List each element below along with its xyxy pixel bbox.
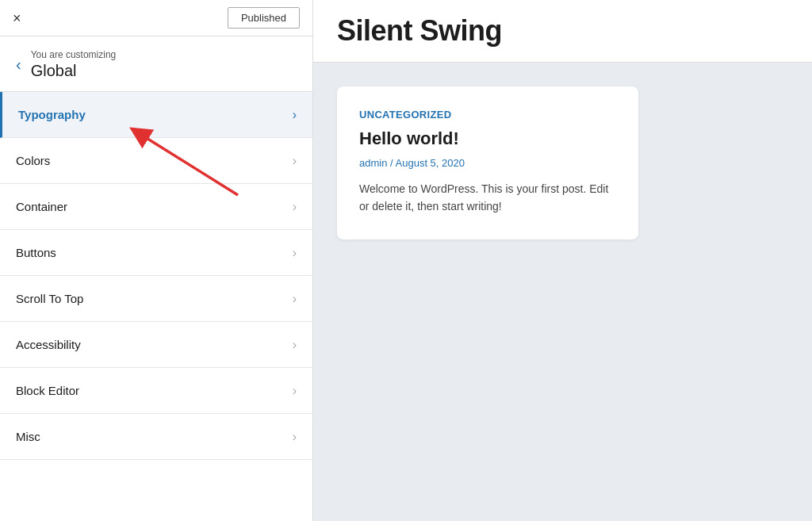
menu-item-accessibility[interactable]: Accessibility › [0, 322, 312, 368]
post-category[interactable]: Uncategorized [359, 109, 616, 121]
menu-item-container[interactable]: Container › [0, 184, 312, 230]
menu-item-accessibility-label: Accessibility [16, 338, 81, 351]
menu-item-typography[interactable]: Typography › [0, 92, 312, 138]
close-button[interactable]: × [13, 10, 21, 26]
menu-item-misc[interactable]: Misc › [0, 414, 312, 460]
chevron-right-icon: › [293, 430, 297, 444]
menu-item-colors[interactable]: Colors › [0, 138, 312, 184]
menu-item-block-editor-label: Block Editor [16, 384, 79, 397]
preview-area: Silent Swing Uncategorized Hello world! … [313, 0, 812, 521]
customizing-text: You are customizing Global [31, 49, 117, 80]
chevron-right-icon: › [293, 108, 297, 122]
site-title: Silent Swing [337, 14, 788, 48]
sidebar: × Published ‹ You are customizing Global… [0, 0, 313, 521]
customizing-title: Global [31, 62, 117, 80]
chevron-right-icon: › [293, 154, 297, 168]
customizing-section: ‹ You are customizing Global [0, 36, 312, 92]
menu-item-typography-label: Typography [18, 108, 86, 121]
menu-item-misc-label: Misc [16, 430, 40, 443]
chevron-right-icon: › [293, 338, 297, 352]
sidebar-header: × Published [0, 0, 312, 36]
post-card: Uncategorized Hello world! admin / Augus… [337, 86, 638, 239]
customizing-label: You are customizing [31, 49, 117, 60]
menu-item-scroll-to-top-label: Scroll To Top [16, 292, 83, 305]
post-excerpt: Welcome to WordPress. This is your first… [359, 180, 616, 216]
menu-item-buttons[interactable]: Buttons › [0, 230, 312, 276]
menu-item-block-editor[interactable]: Block Editor › [0, 368, 312, 414]
preview-site-title-bar: Silent Swing [313, 0, 812, 63]
chevron-right-icon: › [293, 246, 297, 260]
menu-item-container-label: Container [16, 200, 67, 213]
menu-item-buttons-label: Buttons [16, 246, 56, 259]
preview-content: Uncategorized Hello world! admin / Augus… [313, 63, 812, 521]
sidebar-menu: Typography › Colors › Container › Button… [0, 92, 312, 460]
post-meta: admin / August 5, 2020 [359, 157, 616, 169]
chevron-right-icon: › [293, 292, 297, 306]
chevron-right-icon: › [293, 200, 297, 214]
menu-item-colors-label: Colors [16, 154, 50, 167]
published-button[interactable]: Published [228, 7, 300, 29]
chevron-right-icon: › [293, 384, 297, 398]
menu-item-scroll-to-top[interactable]: Scroll To Top › [0, 276, 312, 322]
post-title: Hello world! [359, 128, 616, 149]
back-button[interactable]: ‹ [16, 56, 21, 74]
